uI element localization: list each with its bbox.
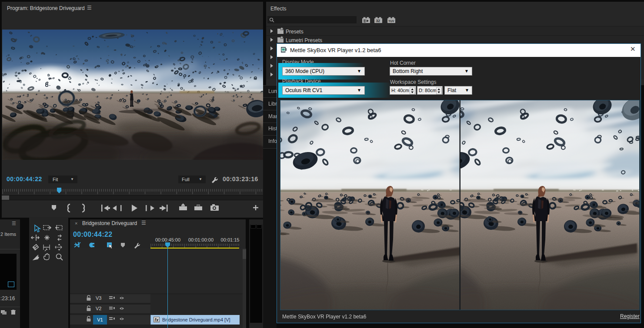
svg-text:32: 32 bbox=[376, 19, 380, 23]
svg-text:V3: V3 bbox=[96, 295, 101, 301]
svg-text:V2: V2 bbox=[96, 306, 101, 311]
svg-text:YUV: YUV bbox=[388, 20, 394, 23]
